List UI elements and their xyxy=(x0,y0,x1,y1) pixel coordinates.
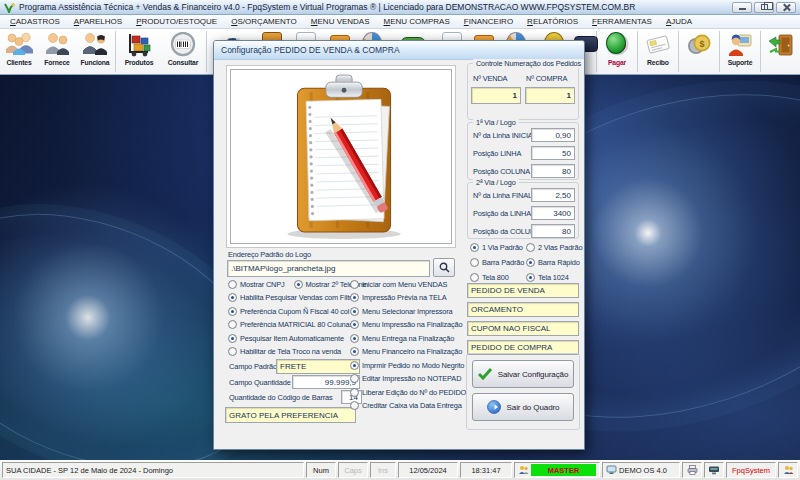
exit-dialog-button[interactable]: Sair do Quadro xyxy=(472,393,574,421)
status-display-settings[interactable] xyxy=(704,462,724,478)
option-impressao-finalizacao[interactable]: Menu Impressão na Finalização xyxy=(350,319,462,330)
toolbar-separator xyxy=(678,31,679,72)
save-config-button[interactable]: Salvar Configuração xyxy=(472,360,574,388)
option-matricial-80col[interactable]: Preferência MATRICIAL 80 Colunas xyxy=(228,319,353,330)
codigo-barras-label: Quantidade do Código de Barras xyxy=(229,393,333,402)
option-2-vias-padrao[interactable]: 2 Vias Padrão xyxy=(526,242,582,253)
menu-produto-estoque[interactable]: PRODUTO/ESTOQUE xyxy=(129,17,224,26)
option-iniciar-menu-vendas[interactable]: Iniciar com Menu VENDAS xyxy=(350,279,447,290)
option-tela-1024[interactable]: Tela 1024 xyxy=(526,272,569,283)
compra-number-label: Nº COMPRA xyxy=(526,74,567,83)
compra-number-field[interactable]: 1 xyxy=(525,87,575,104)
option-label: 2 Vias Padrão xyxy=(538,243,582,252)
toolbar-moedas-button[interactable]: $ xyxy=(680,29,718,74)
config-dialog: Configuração PEDIDO DE VENDA & COMPRA xyxy=(213,40,585,450)
status-users[interactable] xyxy=(778,462,798,478)
toolbar-produtos-button[interactable]: Produtos xyxy=(117,29,161,74)
option-mostrar-cnpj[interactable]: Mostrar CNPJ xyxy=(228,280,285,289)
radio-icon xyxy=(350,401,359,410)
via1-posicao-linha-field[interactable]: 50 xyxy=(531,146,575,160)
status-user: MASTER xyxy=(514,462,600,478)
option-label: Menu Selecionar Impressora xyxy=(362,307,453,316)
toolbar-clientes-button[interactable]: Clientes xyxy=(0,29,38,74)
option-pesquisar-vendas-filtro[interactable]: Habilita Pesquisar Vendas com Filtro xyxy=(228,292,355,303)
option-label: Liberar Edição do Nº do PEDIDO xyxy=(362,388,466,397)
restore-button[interactable] xyxy=(754,2,774,13)
status-brand-text: FpqSystem xyxy=(732,466,770,475)
option-label: Habilitar de Tela Troco na venda xyxy=(240,347,341,356)
option-editar-notepad[interactable]: Editar Impressão no NOTEPAD xyxy=(350,373,461,384)
option-label: Menu Financeiro na Finalização xyxy=(362,347,462,356)
option-creditar-caixa[interactable]: Creditar Caixa via Data Entrega xyxy=(350,400,462,411)
option-label: Tela 800 xyxy=(482,273,509,282)
menu-vendas[interactable]: MENU VENDAS xyxy=(304,17,377,26)
menu-os-orcamento[interactable]: OS/ORÇAMENTO xyxy=(224,17,304,26)
option-selecionar-impressora[interactable]: Menu Selecionar Impressora xyxy=(350,306,453,317)
option-financeiro-finalizacao[interactable]: Menu Financeiro na Finalização xyxy=(350,346,462,357)
option-label: Menu Entrega na Finalização xyxy=(362,334,454,343)
radio-icon xyxy=(228,280,237,289)
toolbar-recibo-button[interactable]: Recibo xyxy=(639,29,677,74)
option-entrega-finalizacao[interactable]: Menu Entrega na Finalização xyxy=(350,333,454,344)
close-button[interactable] xyxy=(776,2,796,13)
dialog-titlebar: Configuração PEDIDO DE VENDA & COMPRA xyxy=(214,41,584,60)
menu-relatorios[interactable]: RELATÓRIOS xyxy=(520,17,585,26)
menu-compras[interactable]: MENU COMPRAS xyxy=(377,17,457,26)
minimize-button[interactable] xyxy=(732,2,752,13)
clients-icon xyxy=(4,32,34,58)
radio-icon xyxy=(526,273,535,282)
monitor-settings-icon xyxy=(708,465,720,475)
toolbar-suporte-button[interactable]: Suporte xyxy=(721,29,759,74)
menu-cadastros[interactable]: CADASTROS xyxy=(3,17,67,26)
menu-aparelhos[interactable]: APARELHOS xyxy=(67,17,129,26)
toolbar-consultar-button[interactable]: Consultar xyxy=(161,29,205,74)
check-icon xyxy=(478,368,492,380)
desktop: { "titlebar": { "title": "Programa Assis… xyxy=(0,0,800,480)
toolbar-fornecedores-button[interactable]: Fornece xyxy=(38,29,76,74)
status-time: 18:31:47 xyxy=(460,462,512,478)
radio-icon xyxy=(228,347,237,356)
via2-linha-final-field[interactable]: 2,50 xyxy=(531,188,575,202)
option-liberar-edicao-pedido[interactable]: Liberar Edição do Nº do PEDIDO xyxy=(350,387,466,398)
option-tela-troco[interactable]: Habilitar de Tela Troco na venda xyxy=(228,346,341,357)
status-insert: Ins xyxy=(370,462,396,478)
venda-number-field[interactable]: 1 xyxy=(471,87,521,104)
toolbar-label: Clientes xyxy=(6,59,31,66)
menu-ferramentas[interactable]: FERRAMENTAS xyxy=(585,17,659,26)
toolbar-label: Suporte xyxy=(728,59,753,66)
via2-posicao-linha-field[interactable]: 3400 xyxy=(531,206,575,220)
via1-linha-inicial-field[interactable]: 0,90 xyxy=(531,128,575,142)
via1-row-label: Nº da Linha INICIAL xyxy=(473,131,537,140)
via2-posicao-coluna-field[interactable]: 80 xyxy=(531,224,575,238)
browse-logo-button[interactable] xyxy=(433,258,455,277)
option-barra-rapido[interactable]: Barra Rápido xyxy=(526,257,580,268)
status-printer[interactable] xyxy=(682,462,702,478)
campo-padrao-field[interactable]: FRETE xyxy=(276,359,360,374)
option-tela-800[interactable]: Tela 800 xyxy=(470,272,509,283)
option-cupom-nao-fiscal-40col[interactable]: Preferência Cupom Ñ Fiscal 40 col xyxy=(228,306,349,317)
toolbar-label: Produtos xyxy=(125,59,154,66)
radio-icon xyxy=(350,280,359,289)
toolbar-sair-button[interactable] xyxy=(762,29,800,74)
option-barra-padrao[interactable]: Barra Padrão xyxy=(470,257,524,268)
option-label: Preferência Cupom Ñ Fiscal 40 col xyxy=(240,307,349,316)
receive-sphere-icon[interactable] xyxy=(606,32,626,54)
menu-financeiro[interactable]: FINANCEIRO xyxy=(457,17,520,26)
radio-icon xyxy=(350,347,359,356)
option-label: Pesquisar Item Automaticamente xyxy=(240,334,344,343)
pedido-venda-field[interactable]: PEDIDO DE VENDA xyxy=(467,283,579,298)
users-icon xyxy=(783,465,794,475)
status-num-lock: Num xyxy=(306,462,336,478)
option-pesquisar-item-auto[interactable]: Pesquisar Item Automaticamente xyxy=(228,333,344,344)
logo-path-field[interactable]: .\BITMAP\logo_prancheta.jpg xyxy=(227,260,430,277)
option-impressao-previa[interactable]: Impressão Prévia na TELA xyxy=(350,292,447,303)
cupom-nao-fiscal-field[interactable]: CUPOM NAO FISCAL xyxy=(467,321,579,336)
computer-icon xyxy=(606,465,617,475)
option-1-via-padrao[interactable]: 1 Via Padrão xyxy=(470,242,523,253)
orcamento-field[interactable]: ORCAMENTO xyxy=(467,302,579,317)
option-pedido-negrito[interactable]: Imprmir Pedido no Modo Negrito xyxy=(350,360,464,371)
via1-posicao-coluna-field[interactable]: 80 xyxy=(531,164,575,178)
via2-row-label: Posição da LINHA xyxy=(473,209,531,218)
menu-ajuda[interactable]: AJUDA xyxy=(659,17,699,26)
toolbar-funcionarios-button[interactable]: Funciona xyxy=(76,29,114,74)
